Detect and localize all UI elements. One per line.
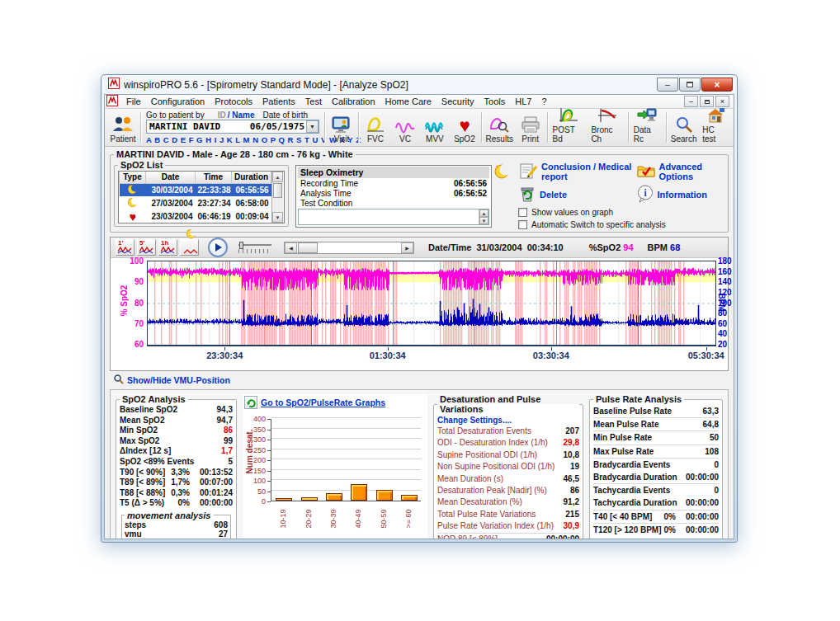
- patient-name-value[interactable]: MARTINI DAVID: [147, 121, 250, 132]
- scroll-thumb[interactable]: [298, 242, 318, 253]
- mdi-close-button[interactable]: ×: [715, 96, 729, 107]
- table-scrollbar[interactable]: ▲ ▼: [271, 172, 283, 223]
- checkbox[interactable]: [518, 208, 527, 217]
- column-header-time[interactable]: Time: [196, 172, 232, 183]
- change-settings-link[interactable]: Change Settings....: [437, 415, 579, 426]
- row-label: Tachycardia Events: [593, 484, 670, 496]
- spo2-button[interactable]: ♥SpO2: [450, 110, 479, 145]
- menu-hl7[interactable]: HL7: [510, 95, 536, 108]
- row-label: Baseline SpO2: [120, 405, 177, 416]
- conclusion-medical-report-link[interactable]: Conclusion / Medical report: [518, 162, 636, 181]
- oximetry-trace-canvas[interactable]: [148, 261, 715, 345]
- refresh-button[interactable]: [244, 396, 257, 409]
- fvc-button[interactable]: FVC: [361, 110, 390, 145]
- desaturation-row: ODI - Desaturation Index (1/h)29,8: [437, 437, 579, 449]
- menu-home-care[interactable]: Home Care: [380, 95, 437, 108]
- patient-dob-value[interactable]: 06/05/1975: [250, 121, 306, 132]
- checkbox-label: Show values on graph: [531, 208, 613, 217]
- goto-graphs-link[interactable]: Go to SpO2/PulseRate Graphs: [261, 398, 385, 407]
- visit-button[interactable]: Visit: [327, 110, 356, 145]
- menu-app-icon[interactable]: [106, 95, 118, 108]
- print-button[interactable]: Print: [516, 110, 545, 145]
- mdi-restore-button[interactable]: [700, 96, 714, 107]
- patient-summary: MARTINI DAVID - Male - Age 28 - 180 cm -…: [114, 149, 356, 159]
- minimize-button[interactable]: –: [657, 78, 678, 92]
- mdi-minimize-button[interactable]: –: [684, 96, 698, 107]
- spo2-analysis-row: Mean SpO294,7: [120, 416, 233, 426]
- zoom-1h-button[interactable]: 1h: [158, 239, 177, 256]
- delete-link[interactable]: Delete: [518, 185, 636, 205]
- bronc-ch-button[interactable]: Bronc Ch: [588, 110, 625, 145]
- scroll-thumb[interactable]: [273, 183, 282, 198]
- data-rc-button[interactable]: Data Rc: [630, 110, 664, 145]
- mvv-button[interactable]: MVV: [420, 110, 450, 145]
- play-button[interactable]: [208, 238, 228, 257]
- time-axis-tick: 23:30:34: [196, 350, 253, 360]
- spo2-icon: ♥: [460, 116, 470, 134]
- full-night-button[interactable]: [180, 239, 199, 256]
- graph-scrollbar[interactable]: ◀ ▶: [284, 242, 414, 254]
- menu-security[interactable]: Security: [437, 95, 479, 108]
- menu-configuration[interactable]: Configuration: [146, 95, 210, 108]
- condition-scrollbar[interactable]: ▲ ▼: [479, 209, 488, 224]
- menu-test[interactable]: Test: [300, 95, 327, 108]
- row-value: 00:07:00: [195, 478, 233, 488]
- menu-tools[interactable]: Tools: [479, 95, 511, 108]
- menu-protocols[interactable]: Protocols: [210, 95, 257, 108]
- column-header-duration[interactable]: Duration: [232, 172, 271, 183]
- information-link[interactable]: iInformation: [636, 185, 725, 205]
- spo2-list-group: SpO2 List TypeDateTimeDuration 30/03/200…: [114, 160, 289, 227]
- row-label: Min SpO2: [120, 426, 158, 436]
- spo2-test-row[interactable]: 30/03/200422:33:3806:56:56: [120, 183, 271, 196]
- vmu-toggle-link[interactable]: Show/Hide VMU-Position: [127, 375, 230, 385]
- results-button[interactable]: Results: [484, 110, 516, 145]
- row-value: 86: [224, 426, 233, 436]
- column-header-date[interactable]: Date: [146, 172, 196, 183]
- scroll-up-icon[interactable]: ▲: [272, 172, 283, 182]
- vc-button[interactable]: VC: [390, 110, 420, 145]
- scroll-down-icon[interactable]: ▼: [479, 217, 488, 224]
- patient-dropdown-button[interactable]: ▼: [306, 120, 319, 133]
- scroll-down-icon[interactable]: ▼: [272, 212, 283, 223]
- row-label: Bradycardia Events: [593, 459, 670, 471]
- vmu-icon: [113, 374, 124, 386]
- row-value: 1,7: [221, 446, 233, 457]
- zoom-5-button[interactable]: 5': [137, 239, 156, 256]
- analysis-time-value: 06:56:52: [454, 189, 487, 198]
- hc-test-button[interactable]: HC test: [699, 110, 731, 145]
- menu--[interactable]: ?: [536, 95, 551, 108]
- spo2-test-row[interactable]: 27/03/200423:27:3406:58:00: [120, 196, 271, 209]
- patient-button[interactable]: Patient: [107, 110, 139, 145]
- scroll-left-icon[interactable]: ◀: [285, 242, 297, 253]
- name-toggle[interactable]: / Name: [228, 111, 255, 120]
- id-toggle[interactable]: ID: [218, 111, 226, 120]
- menu-patients[interactable]: Patients: [257, 95, 300, 108]
- spo2-test-row[interactable]: ♥23/03/200406:46:1900:09:04: [120, 209, 271, 223]
- search-button[interactable]: Search: [668, 110, 699, 145]
- checkbox[interactable]: [518, 220, 527, 229]
- test-condition-input[interactable]: ▲ ▼: [298, 209, 489, 225]
- patient-name-input[interactable]: MARTINI DAVID 06/05/1975 ▼: [146, 120, 319, 134]
- analysis-time-label: Analysis Time: [300, 189, 352, 198]
- restore-icon: [687, 82, 693, 87]
- column-header-type[interactable]: Type: [120, 172, 146, 183]
- spo2-axis-tick: 80: [122, 299, 144, 308]
- zoom-1-button[interactable]: 1': [116, 239, 134, 256]
- alphabet-index[interactable]: A B C D E F G H I J K L M N O P Q R S T …: [146, 134, 319, 144]
- close-button[interactable]: ×: [701, 78, 733, 92]
- desaturation-panel: Desaturation and Pulse Variations Change…: [433, 394, 583, 539]
- titlebar[interactable]: winspiroPRO 5.6 - [Spirometry Standard M…: [104, 75, 734, 94]
- cell-duration: 00:09:04: [232, 209, 271, 223]
- pulse-rate-row: Max Pulse Rate108: [593, 445, 719, 459]
- post-bd-button[interactable]: POST Bd: [550, 110, 588, 145]
- bpm-axis-tick: 140: [718, 277, 734, 286]
- restore-button[interactable]: [679, 78, 701, 92]
- scroll-up-icon[interactable]: ▲: [479, 209, 488, 217]
- time-axis-tick: 05:30:34: [677, 350, 734, 360]
- menu-file[interactable]: File: [121, 95, 146, 108]
- scroll-right-icon[interactable]: ▶: [401, 242, 413, 253]
- advanced-options-link[interactable]: Advanced Options: [636, 162, 725, 181]
- menu-calibration[interactable]: Calibration: [327, 95, 380, 108]
- slider-thumb[interactable]: [239, 242, 243, 249]
- speed-slider[interactable]: [237, 241, 275, 254]
